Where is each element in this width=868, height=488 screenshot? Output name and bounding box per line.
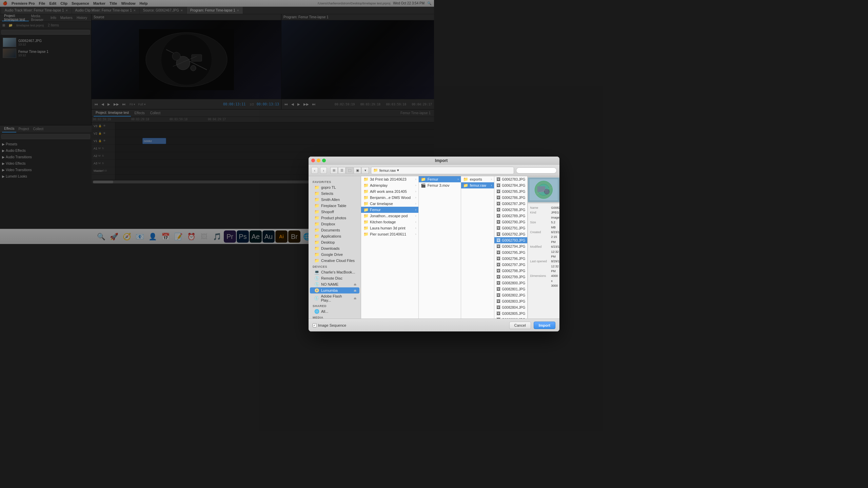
location-bar[interactable]: 📁 femur.raw ▾: [371, 167, 434, 174]
file-columns: 📁 3d Print lab 20140623 › 📁 Adrienplay ›…: [361, 176, 434, 244]
dialog-overlay: Import ‹ › ⊞ ☰ ⬚ ▣ ▾ 📁 femur.raw ▾: [0, 0, 434, 244]
file-3d-print[interactable]: 📁 3d Print lab 20140623 ›: [361, 176, 418, 182]
sidebar-documents[interactable]: 📁 Documents: [310, 227, 359, 233]
maximize-btn[interactable]: [322, 159, 326, 162]
sidebar-gopro-tl[interactable]: 📁 gopro TL: [310, 184, 359, 190]
file-femur-3-mov[interactable]: 🎬 Femur 3.mov: [419, 182, 434, 188]
folder-icon: 📁: [314, 216, 319, 220]
folder-icon: 📁: [314, 222, 319, 226]
forward-btn[interactable]: ›: [320, 167, 327, 174]
file-car[interactable]: 📁 Car timelapse ›: [361, 201, 418, 207]
file-kitchen[interactable]: 📁 Kitchen footage ›: [361, 219, 418, 225]
folder-icon-loc: 📁: [373, 168, 378, 172]
folder-icon: 📁: [314, 197, 319, 202]
file-femur-2[interactable]: 📁 Femur ›: [419, 176, 434, 182]
file-benjamin[interactable]: 📁 Benjamin...e DMS Wood ›: [361, 195, 418, 201]
minimize-btn[interactable]: [317, 159, 320, 162]
dialog-title: Import: [326, 158, 434, 163]
location-text: femur.raw: [379, 168, 396, 172]
back-btn[interactable]: ‹: [311, 167, 318, 174]
sidebar-shopoff[interactable]: 📁 Shopoff: [310, 209, 359, 215]
view-columns[interactable]: ⬚: [346, 167, 353, 174]
sidebar-fireplace-table[interactable]: 📁 Fireplace Table: [310, 203, 359, 209]
sidebar-applications[interactable]: 📁 Applications: [310, 233, 359, 239]
view-cover[interactable]: ▣: [354, 167, 361, 174]
file-femur[interactable]: 📁 Femur ›: [361, 207, 418, 213]
sidebar-dropbox[interactable]: 📁 Dropbox: [310, 221, 359, 227]
file-col-1: 📁 3d Print lab 20140623 › 📁 Adrienplay ›…: [361, 176, 419, 244]
sidebar-selects[interactable]: 📁 Selects: [310, 190, 359, 197]
dialog-toolbar: ‹ › ⊞ ☰ ⬚ ▣ ▾ 📁 femur.raw ▾: [309, 165, 434, 176]
file-col-2: 📁 Femur › 🎬 Femur 3.mov: [419, 176, 434, 244]
location-dropdown[interactable]: ▾: [397, 168, 399, 172]
view-more[interactable]: ▾: [361, 167, 369, 174]
view-list[interactable]: ☰: [338, 167, 346, 174]
file-adrienplay[interactable]: 📁 Adrienplay ›: [361, 182, 418, 188]
close-btn[interactable]: [311, 159, 315, 162]
file-pier[interactable]: 📁 Pier sunset 20140611 ›: [361, 231, 418, 237]
folder-icon: 📁: [314, 228, 319, 232]
folder-icon: 📁: [314, 203, 319, 208]
dialog-body: FAVORITES 📁 gopro TL 📁 Selects 📁 Smith A…: [309, 176, 434, 244]
sidebar-desktop[interactable]: 📁 Desktop: [310, 239, 359, 244]
folder-icon: 📁: [314, 185, 319, 190]
traffic-lights[interactable]: [311, 159, 326, 162]
sidebar-smith-allen[interactable]: 📁 Smith Allen: [310, 197, 359, 203]
import-dialog: Import ‹ › ⊞ ☰ ⬚ ▣ ▾ 📁 femur.raw ▾: [309, 157, 434, 244]
folder-icon: 📁: [314, 234, 319, 239]
sidebar-product-photos[interactable]: 📁 Product photos: [310, 215, 359, 221]
favorites-header: FAVORITES: [309, 179, 361, 184]
folder-icon: 📁: [314, 209, 319, 214]
file-jonathon[interactable]: 📁 Jonathon...escape pod ›: [361, 213, 418, 219]
file-air[interactable]: 📁 AiR work area 201405 ›: [361, 188, 418, 195]
dialog-titlebar: Import: [309, 157, 434, 165]
folder-icon: 📁: [314, 191, 319, 196]
view-buttons: ⊞ ☰ ⬚ ▣ ▾: [330, 167, 369, 174]
file-laura[interactable]: 📁 Laura human 3d print ›: [361, 225, 418, 231]
finder-sidebar: FAVORITES 📁 gopro TL 📁 Selects 📁 Smith A…: [309, 176, 361, 244]
view-icons[interactable]: ⊞: [330, 167, 338, 174]
folder-icon: 📁: [314, 240, 319, 244]
